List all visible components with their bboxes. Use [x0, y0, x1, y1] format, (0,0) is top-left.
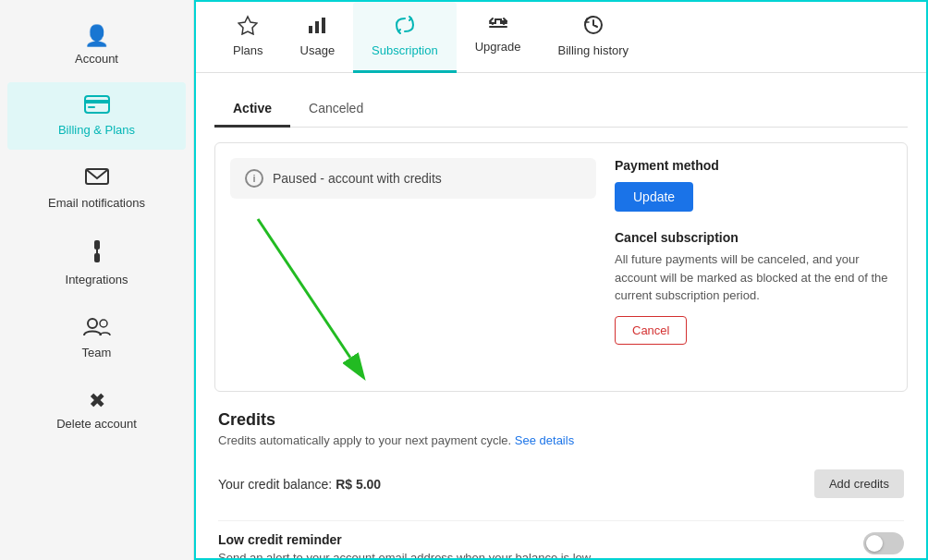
svg-rect-5: [94, 253, 100, 262]
svg-rect-10: [315, 21, 319, 33]
card-right: Payment method Update Cancel subscriptio…: [615, 158, 892, 376]
credit-balance-text: Your credit balance: R$ 5.00: [218, 477, 381, 492]
sidebar-item-label: Team: [82, 346, 112, 359]
info-icon: i: [245, 169, 263, 188]
sidebar-item-label: Billing & Plans: [58, 123, 135, 137]
upgrade-icon: [488, 15, 508, 36]
green-arrow: [230, 210, 415, 395]
plans-icon: [238, 15, 258, 40]
account-icon: 👤: [84, 24, 109, 48]
svg-rect-0: [85, 96, 109, 113]
top-navigation: Plans Usage Subscription: [196, 2, 926, 73]
email-icon: [85, 166, 109, 192]
tab-upgrade[interactable]: Upgrade: [457, 2, 540, 73]
low-credit-description: Send an alert to your account email addr…: [218, 551, 593, 560]
cancel-button[interactable]: Cancel: [615, 316, 687, 345]
credits-section: Credits Credits automatically apply to y…: [214, 410, 908, 560]
payment-method-section: Payment method Update: [615, 158, 892, 212]
low-credit-reminder: Low credit reminder Send an alert to you…: [218, 520, 904, 560]
see-details-link[interactable]: See details: [515, 433, 574, 447]
subscription-icon: [395, 15, 415, 40]
tab-label: Usage: [300, 43, 336, 57]
svg-point-8: [100, 320, 107, 327]
svg-point-7: [88, 319, 97, 328]
credits-title: Credits: [218, 410, 904, 430]
sidebar-item-billing[interactable]: Billing & Plans: [7, 82, 186, 150]
credits-description: Credits automatically apply to your next…: [218, 433, 904, 447]
credit-balance-value: R$ 5.00: [336, 477, 381, 492]
paused-notice-text: Paused - account with credits: [273, 171, 442, 186]
credit-balance-row: Your credit balance: R$ 5.00 Add credits: [218, 462, 904, 505]
integrations-icon: [87, 239, 107, 269]
low-credit-toggle[interactable]: [863, 532, 904, 554]
sidebar-item-email[interactable]: Email notifications: [7, 153, 186, 223]
tab-plans[interactable]: Plans: [214, 2, 282, 73]
sidebar-item-delete[interactable]: ✖ Delete account: [7, 376, 186, 444]
toggle-thumb: [866, 535, 883, 552]
usage-icon: [307, 15, 327, 40]
team-icon: [83, 316, 111, 342]
sidebar-item-integrations[interactable]: Integrations: [7, 226, 186, 299]
tab-label: Upgrade: [475, 40, 521, 54]
card-left: i Paused - account with credits: [230, 158, 596, 376]
sidebar-item-team[interactable]: Team: [7, 303, 186, 372]
delete-icon: ✖: [89, 389, 105, 413]
sidebar-item-label: Account: [75, 52, 118, 66]
tab-usage[interactable]: Usage: [282, 2, 354, 73]
tab-label: Plans: [233, 43, 263, 57]
tab-subscription[interactable]: Subscription: [353, 2, 457, 73]
svg-rect-9: [309, 26, 312, 33]
subtab-canceled[interactable]: Canceled: [290, 91, 382, 128]
subscription-card: i Paused - account with credits: [214, 142, 908, 392]
sidebar-item-label: Delete account: [56, 417, 137, 431]
svg-rect-4: [94, 240, 100, 250]
tab-billing-history[interactable]: Billing history: [540, 2, 648, 73]
billing-icon: [84, 95, 110, 119]
subtab-active[interactable]: Active: [214, 91, 290, 128]
page-content: Active Canceled i Paused - account with …: [196, 73, 926, 560]
main-content: Plans Usage Subscription: [194, 0, 928, 560]
add-credits-button[interactable]: Add credits: [814, 469, 904, 498]
tab-label: Subscription: [372, 43, 438, 57]
cancel-subscription-description: All future payments will be canceled, an…: [615, 250, 892, 305]
paused-notice: i Paused - account with credits: [230, 158, 596, 199]
sidebar-item-label: Email notifications: [48, 196, 145, 210]
billing-history-icon: [583, 15, 604, 40]
low-credit-title: Low credit reminder: [218, 532, 593, 547]
payment-method-title: Payment method: [615, 158, 892, 173]
sub-tabs: Active Canceled: [214, 91, 908, 128]
sidebar: 👤 Account Billing & Plans Email notifica…: [0, 0, 194, 560]
sidebar-item-label: Integrations: [66, 273, 128, 286]
svg-rect-1: [85, 100, 109, 103]
svg-line-14: [258, 219, 350, 358]
tab-label: Billing history: [558, 43, 629, 57]
update-button[interactable]: Update: [615, 182, 693, 212]
arrow-container: [230, 210, 596, 376]
low-credit-text: Low credit reminder Send an alert to you…: [218, 532, 593, 560]
cancel-subscription-section: Cancel subscription All future payments …: [615, 230, 892, 345]
svg-rect-11: [322, 18, 325, 33]
sidebar-item-account[interactable]: 👤 Account: [7, 11, 186, 79]
cancel-subscription-title: Cancel subscription: [615, 230, 892, 245]
svg-rect-2: [88, 106, 95, 108]
